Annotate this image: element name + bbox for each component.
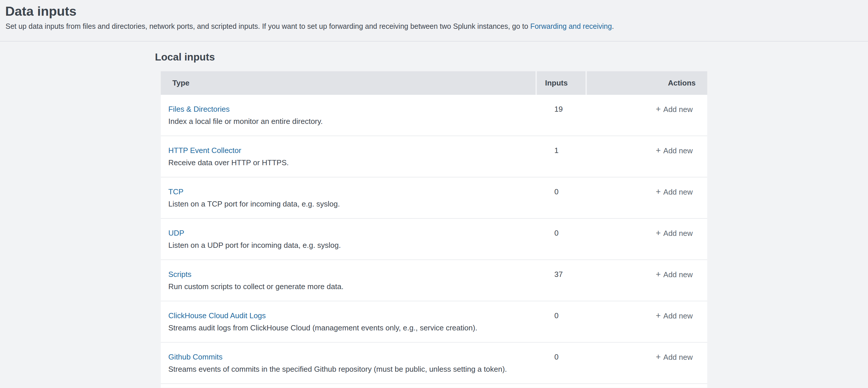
table-header-row: Type Inputs Actions: [161, 71, 707, 95]
input-type-link[interactable]: Files & Directories: [168, 103, 230, 115]
actions-cell: +Add new: [587, 136, 707, 177]
input-type-description: Index a local file or monitor an entire …: [168, 116, 535, 127]
input-type-description: Listen on a UDP port for incoming data, …: [168, 239, 535, 251]
input-type-link[interactable]: UDP: [168, 227, 184, 239]
input-type-description: Listen on a TCP port for incoming data, …: [168, 198, 535, 210]
page-subtitle-text: Set up data inputs from files and direct…: [5, 22, 530, 30]
add-new-link[interactable]: +Add new: [656, 310, 693, 322]
inputs-count: 19: [537, 95, 585, 136]
input-type-description: Receive data over HTTP or HTTPS.: [168, 157, 535, 169]
input-type-link[interactable]: Github Commits: [168, 351, 222, 363]
inputs-count: 1: [537, 136, 585, 177]
add-new-link[interactable]: +Add new: [656, 268, 693, 280]
inputs-count: 37: [537, 260, 585, 301]
plus-icon: +: [656, 227, 661, 239]
actions-cell: +Add new: [587, 342, 707, 383]
actions-cell: +Add new: [587, 301, 707, 342]
main-content: Local inputs Type Inputs Actions Files &…: [0, 50, 868, 388]
input-type-description: Streams events of commits in the specifi…: [168, 363, 535, 375]
inputs-count: 0: [537, 301, 585, 342]
add-new-link[interactable]: +Add new: [656, 227, 693, 239]
type-cell: HTTP Event Collector Receive data over H…: [161, 136, 535, 177]
type-cell: TCP Listen on a TCP port for incoming da…: [161, 177, 535, 218]
page-subtitle: Set up data inputs from files and direct…: [5, 22, 859, 31]
add-new-label: Add new: [663, 146, 693, 155]
input-type-description: Run custom scripts to collect or generat…: [168, 281, 535, 292]
local-inputs-table: Type Inputs Actions Files & Directories …: [161, 71, 707, 388]
plus-icon: +: [656, 145, 661, 156]
actions-cell: +Add new: [587, 95, 707, 136]
add-new-label: Add new: [663, 188, 693, 196]
plus-icon: +: [656, 351, 661, 363]
inputs-count: 0: [537, 177, 585, 218]
type-cell: Files & Directories Index a local file o…: [161, 95, 535, 136]
table-row: UDP Listen on a UDP port for incoming da…: [161, 219, 707, 260]
table-row: Files & Directories Index a local file o…: [161, 95, 707, 136]
inputs-count: 0: [537, 219, 585, 260]
type-cell: UDP Listen on a UDP port for incoming da…: [161, 219, 535, 260]
inputs-count: 0: [537, 342, 585, 383]
add-new-label: Add new: [663, 270, 693, 279]
plus-icon: +: [656, 186, 661, 198]
plus-icon: +: [656, 268, 661, 280]
add-new-label: Add new: [663, 353, 693, 361]
add-new-label: Add new: [663, 311, 693, 320]
table-row: ClickHouse Cloud Audit Logs Streams audi…: [161, 301, 707, 342]
page-title: Data inputs: [5, 3, 859, 19]
table-row: Scripts Run custom scripts to collect or…: [161, 260, 707, 301]
add-new-link[interactable]: +Add new: [656, 351, 693, 363]
add-new-link[interactable]: +Add new: [656, 186, 693, 198]
actions-cell: +Add new: [587, 177, 707, 218]
table-row-partial: [161, 384, 707, 388]
add-new-link[interactable]: +Add new: [656, 103, 693, 115]
page-subtitle-suffix: .: [612, 22, 614, 30]
table-row: HTTP Event Collector Receive data over H…: [161, 136, 707, 177]
actions-cell: +Add new: [587, 219, 707, 260]
actions-cell: +Add new: [587, 260, 707, 301]
column-header-actions: Actions: [587, 71, 707, 95]
column-header-inputs: Inputs: [537, 71, 585, 95]
page-header: Data inputs Set up data inputs from file…: [0, 0, 868, 41]
plus-icon: +: [656, 310, 661, 321]
type-cell: ClickHouse Cloud Audit Logs Streams audi…: [161, 301, 535, 342]
forwarding-and-receiving-link[interactable]: Forwarding and receiving: [530, 22, 612, 30]
type-cell: Github Commits Streams events of commits…: [161, 342, 535, 383]
input-type-link[interactable]: ClickHouse Cloud Audit Logs: [168, 310, 266, 321]
add-new-label: Add new: [663, 105, 693, 114]
plus-icon: +: [656, 103, 661, 115]
column-header-type: Type: [161, 71, 535, 95]
add-new-link[interactable]: +Add new: [656, 145, 693, 156]
add-new-label: Add new: [663, 229, 693, 238]
type-cell: Scripts Run custom scripts to collect or…: [161, 260, 535, 301]
input-type-link[interactable]: Scripts: [168, 268, 191, 280]
input-type-description: Streams audit logs from ClickHouse Cloud…: [168, 322, 535, 334]
table-body: Files & Directories Index a local file o…: [161, 95, 707, 384]
input-type-link[interactable]: HTTP Event Collector: [168, 145, 241, 156]
table-row: TCP Listen on a TCP port for incoming da…: [161, 177, 707, 219]
table-row: Github Commits Streams events of commits…: [161, 342, 707, 384]
input-type-link[interactable]: TCP: [168, 186, 183, 198]
local-inputs-heading: Local inputs: [155, 50, 868, 64]
